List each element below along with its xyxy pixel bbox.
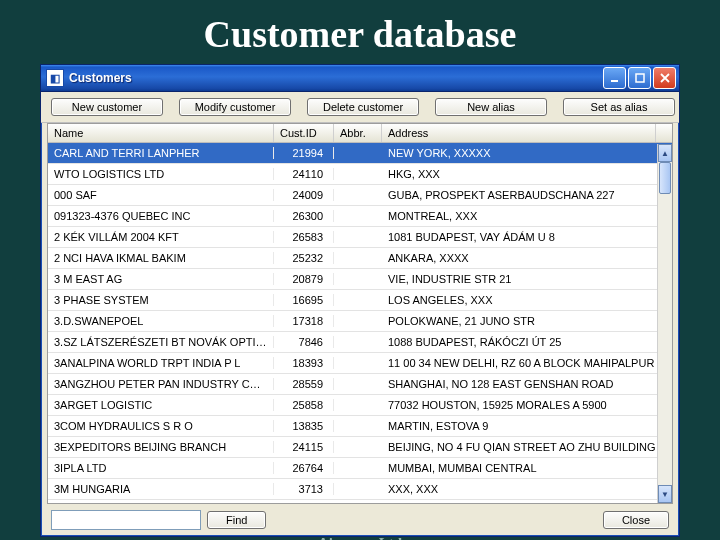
col-name[interactable]: Name	[48, 124, 274, 142]
table-row[interactable]: 3ANALPINA WORLD TRPT INDIA P L1839311 00…	[48, 353, 672, 374]
cell-name: 3.D.SWANEPOEL	[48, 315, 274, 327]
cell-address: 1081 BUDAPEST, VAY ÁDÁM U 8	[382, 231, 670, 243]
cell-cust-id: 26300	[274, 210, 334, 222]
cell-name: 000 SAF	[48, 189, 274, 201]
cell-cust-id: 20879	[274, 273, 334, 285]
titlebar[interactable]: ◧ Customers	[41, 65, 679, 92]
modify-customer-button[interactable]: Modify customer	[179, 98, 291, 116]
maximize-button[interactable]	[628, 67, 651, 89]
minimize-button[interactable]	[603, 67, 626, 89]
table-row[interactable]: 2 KÉK VILLÁM 2004 KFT265831081 BUDAPEST,…	[48, 227, 672, 248]
table-row[interactable]: 3ARGET LOGISTIC2585877032 HOUSTON, 15925…	[48, 395, 672, 416]
footer-ghost-text	[272, 514, 596, 527]
table-row[interactable]: 3M TAIWAN LTD11282TAIPEI, YANG MEI	[48, 500, 672, 503]
cell-address: 77032 HOUSTON, 15925 MORALES A 5900	[382, 399, 670, 411]
cell-cust-id: 24009	[274, 189, 334, 201]
table-row[interactable]: 3.D.SWANEPOEL17318POLOKWANE, 21 JUNO STR	[48, 311, 672, 332]
table-row[interactable]: 3IPLA LTD26764MUMBAI, MUMBAI CENTRAL	[48, 458, 672, 479]
cell-cust-id: 28559	[274, 378, 334, 390]
close-button[interactable]	[653, 67, 676, 89]
cell-cust-id: 26764	[274, 462, 334, 474]
cell-name: WTO LOGISTICS LTD	[48, 168, 274, 180]
cell-name: 3COM HYDRAULICS S R O	[48, 420, 274, 432]
cell-address: MONTREAL, XXX	[382, 210, 670, 222]
cell-name: 3ARGET LOGISTIC	[48, 399, 274, 411]
cell-cust-id: 26583	[274, 231, 334, 243]
cell-address: 11 00 34 NEW DELHI, RZ 60 A BLOCK MAHIPA…	[382, 357, 670, 369]
table-row[interactable]: 3M HUNGARIA3713XXX, XXX	[48, 479, 672, 500]
cell-name: 3M HUNGARIA	[48, 483, 274, 495]
close-window-button[interactable]: Close	[603, 511, 669, 529]
scroll-thumb[interactable]	[659, 162, 671, 194]
cell-name: 2 KÉK VILLÁM 2004 KFT	[48, 231, 274, 243]
cell-address: VIE, INDUSTRIE STR 21	[382, 273, 670, 285]
cell-address: GUBA, PROSPEKT ASERBAUDSCHANA 227	[382, 189, 670, 201]
cell-address: HKG, XXX	[382, 168, 670, 180]
customers-window: ◧ Customers New customer Modify customer…	[40, 64, 680, 537]
cell-name: 3 PHASE SYSTEM	[48, 294, 274, 306]
cell-cust-id: 17318	[274, 315, 334, 327]
cell-address: MARTIN, ESTOVA 9	[382, 420, 670, 432]
table-row[interactable]: 3.SZ LÁTSZERÉSZETI BT NOVÁK OPTIKA784610…	[48, 332, 672, 353]
cell-cust-id: 16695	[274, 294, 334, 306]
cell-address: XXX, XXX	[382, 483, 670, 495]
cell-address: BEIJING, NO 4 FU QIAN STREET AO ZHU BUIL…	[382, 441, 670, 453]
toolbar: New customer Modify customer Delete cust…	[41, 92, 679, 123]
cell-name: 3IPLA LTD	[48, 462, 274, 474]
col-cust-id[interactable]: Cust.ID	[274, 124, 334, 142]
cell-cust-id: 24115	[274, 441, 334, 453]
scroll-down-arrow-icon[interactable]: ▼	[658, 485, 672, 503]
cell-name: 091323-4376 QUEBEC INC	[48, 210, 274, 222]
customer-grid: Name Cust.ID Abbr. Address CARL AND TERR…	[47, 123, 673, 504]
sub-caption: Aircargo Ltd	[0, 535, 720, 540]
delete-customer-button[interactable]: Delete customer	[307, 98, 419, 116]
cell-cust-id: 7846	[274, 336, 334, 348]
cell-cust-id: 3713	[274, 483, 334, 495]
app-icon: ◧	[46, 69, 64, 87]
cell-name: CARL AND TERRI LANPHER	[48, 147, 274, 159]
table-row[interactable]: 3COM HYDRAULICS S R O13835MARTIN, ESTOVA…	[48, 416, 672, 437]
window-title: Customers	[69, 71, 603, 85]
table-row[interactable]: 000 SAF24009GUBA, PROSPEKT ASERBAUDSCHAN…	[48, 185, 672, 206]
col-abbr[interactable]: Abbr.	[334, 124, 382, 142]
svg-rect-0	[611, 80, 618, 82]
grid-header: Name Cust.ID Abbr. Address	[48, 124, 672, 143]
cell-address: LOS ANGELES, XXX	[382, 294, 670, 306]
table-row[interactable]: WTO LOGISTICS LTD24110HKG, XXX	[48, 164, 672, 185]
cell-address: POLOKWANE, 21 JUNO STR	[382, 315, 670, 327]
cell-cust-id: 18393	[274, 357, 334, 369]
table-row[interactable]: CARL AND TERRI LANPHER21994NEW YORK, XXX…	[48, 143, 672, 164]
table-row[interactable]: 3EXPEDITORS BEIJING BRANCH24115BEIJING, …	[48, 437, 672, 458]
col-scroll-spacer	[656, 124, 670, 142]
grid-body: CARL AND TERRI LANPHER21994NEW YORK, XXX…	[48, 143, 672, 503]
table-row[interactable]: 3 M EAST AG20879VIE, INDUSTRIE STR 21	[48, 269, 672, 290]
cell-address: SHANGHAI, NO 128 EAST GENSHAN ROAD	[382, 378, 670, 390]
vertical-scrollbar[interactable]: ▲ ▼	[657, 144, 672, 503]
cell-cust-id: 21994	[274, 147, 334, 159]
table-row[interactable]: 3ANGZHOU PETER PAN INDUSTRY CO LTD28559S…	[48, 374, 672, 395]
search-input[interactable]	[51, 510, 201, 530]
cell-address: NEW YORK, XXXXX	[382, 147, 670, 159]
cell-name: 3EXPEDITORS BEIJING BRANCH	[48, 441, 274, 453]
set-as-alias-button[interactable]: Set as alias	[563, 98, 675, 116]
cell-address: ANKARA, XXXX	[382, 252, 670, 264]
new-customer-button[interactable]: New customer	[51, 98, 163, 116]
cell-name: 3ANGZHOU PETER PAN INDUSTRY CO LTD	[48, 378, 274, 390]
table-row[interactable]: 091323-4376 QUEBEC INC26300MONTREAL, XXX	[48, 206, 672, 227]
scroll-up-arrow-icon[interactable]: ▲	[658, 144, 672, 162]
col-address[interactable]: Address	[382, 124, 656, 142]
footer: Find Close	[41, 504, 679, 536]
cell-name: 3ANALPINA WORLD TRPT INDIA P L	[48, 357, 274, 369]
cell-cust-id: 24110	[274, 168, 334, 180]
cell-cust-id: 25232	[274, 252, 334, 264]
cell-address: MUMBAI, MUMBAI CENTRAL	[382, 462, 670, 474]
cell-name: 2 NCI HAVA IKMAL BAKIM	[48, 252, 274, 264]
cell-address: 1088 BUDAPEST, RÁKÓCZI ÚT 25	[382, 336, 670, 348]
slide-title: Customer database	[0, 12, 720, 56]
new-alias-button[interactable]: New alias	[435, 98, 547, 116]
svg-rect-1	[636, 74, 644, 82]
find-button[interactable]: Find	[207, 511, 266, 529]
cell-cust-id: 13835	[274, 420, 334, 432]
table-row[interactable]: 3 PHASE SYSTEM16695LOS ANGELES, XXX	[48, 290, 672, 311]
table-row[interactable]: 2 NCI HAVA IKMAL BAKIM25232ANKARA, XXXX	[48, 248, 672, 269]
